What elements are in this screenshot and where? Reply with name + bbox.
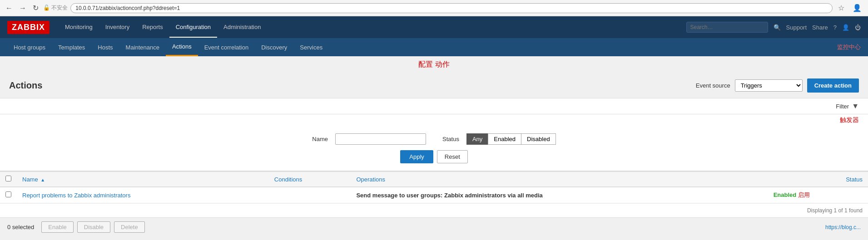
- col-operations-label: Operations: [356, 176, 385, 183]
- name-filter-input[interactable]: [335, 133, 426, 145]
- row-checkbox[interactable]: [5, 191, 11, 197]
- status-any-button[interactable]: Any: [466, 133, 488, 145]
- search-icon: 🔍: [774, 24, 781, 31]
- sub-nav-right-text: 监控中心: [837, 38, 861, 56]
- sub-nav-discovery[interactable]: Discovery: [255, 38, 293, 56]
- filter-label: Filter: [836, 103, 849, 110]
- row-status-cell: Enabled 启用: [768, 187, 868, 203]
- browser-bar: ← → ↻ 🔓 不安全 ☆ 👤: [0, 0, 868, 16]
- select-all-header: [0, 172, 17, 187]
- table-row: Report problems to Zabbix administrators…: [0, 187, 868, 203]
- sort-arrow-name: ▲: [40, 177, 45, 182]
- account-icon[interactable]: 👤: [850, 3, 864, 13]
- nav-monitoring[interactable]: Monitoring: [59, 17, 99, 38]
- app-header-right: 🔍 Support Share ? 👤 ⏻: [686, 22, 861, 33]
- status-enabled-label: Enabled: [774, 191, 797, 198]
- account-button[interactable]: 👤: [842, 24, 849, 31]
- page-header: Actions Event source Triggers Discovery …: [0, 73, 868, 98]
- page-title: Actions: [9, 80, 42, 91]
- nav-configuration[interactable]: Configuration: [169, 17, 217, 38]
- chinese-breadcrumb: 配置 动作: [0, 56, 868, 73]
- status-chinese-label: 启用: [798, 191, 810, 198]
- refresh-button[interactable]: ↻: [31, 3, 40, 13]
- back-button[interactable]: ←: [4, 3, 15, 13]
- security-icon: 🔓 不安全: [43, 4, 68, 12]
- power-button[interactable]: ⏻: [855, 24, 861, 31]
- col-conditions-label: Conditions: [274, 176, 302, 183]
- col-header-conditions[interactable]: Conditions: [269, 172, 351, 187]
- app-logo: ZABBIX: [7, 21, 50, 34]
- event-source-label: Event source: [696, 82, 730, 89]
- enable-button[interactable]: Enable: [41, 221, 73, 233]
- sub-nav-host-groups[interactable]: Host groups: [7, 38, 52, 56]
- page-header-right: Event source Triggers Discovery Auto reg…: [696, 78, 859, 93]
- nav-reports[interactable]: Reports: [136, 17, 169, 38]
- sub-nav-hosts[interactable]: Hosts: [91, 38, 119, 56]
- status-btn-group: Any Enabled Disabled: [466, 133, 556, 145]
- chinese-trigger-label: 触发器: [0, 114, 868, 126]
- filter-form: Name Status Any Enabled Disabled Apply R…: [0, 126, 868, 171]
- name-filter-label: Name: [312, 136, 328, 142]
- sub-nav-maintenance[interactable]: Maintenance: [119, 38, 166, 56]
- apply-button[interactable]: Apply: [400, 150, 433, 163]
- table-footer: Displaying 1 of 1 found: [0, 203, 868, 217]
- bottom-bar-url: https://blog.c...: [825, 224, 861, 230]
- status-filter-label: Status: [442, 136, 459, 142]
- col-header-status[interactable]: Status: [768, 172, 868, 187]
- support-button[interactable]: Support: [786, 24, 807, 31]
- share-button[interactable]: Share: [812, 24, 828, 31]
- status-enabled-button[interactable]: Enabled: [488, 133, 521, 145]
- select-all-checkbox[interactable]: [5, 176, 11, 181]
- sub-nav: Host groups Templates Hosts Maintenance …: [0, 38, 868, 56]
- col-status-label: Status: [846, 176, 863, 183]
- displaying-text: Displaying 1 of 1 found: [807, 207, 863, 214]
- filter-bar: Filter ▼: [0, 98, 868, 114]
- address-bar[interactable]: [70, 3, 833, 13]
- sub-nav-actions[interactable]: Actions: [166, 38, 198, 56]
- table-header-row: Name ▲ Conditions Operations Status: [0, 172, 868, 187]
- filter-actions: Apply Reset: [400, 150, 468, 163]
- help-button[interactable]: ?: [833, 24, 837, 31]
- nav-administration[interactable]: Administration: [217, 17, 267, 38]
- nav-inventory[interactable]: Inventory: [99, 17, 136, 38]
- page-content: 配置 动作 Actions Event source Triggers Disc…: [0, 56, 868, 236]
- row-checkbox-cell: [0, 187, 17, 203]
- filter-icon[interactable]: ▼: [852, 102, 859, 110]
- bottom-bar: 0 selected Enable Disable Delete https:/…: [0, 217, 868, 236]
- event-source-select[interactable]: Triggers Discovery Auto registration Int…: [735, 79, 803, 92]
- sub-nav-templates[interactable]: Templates: [52, 38, 91, 56]
- col-name-label: Name: [22, 176, 38, 183]
- actions-table: Name ▲ Conditions Operations Status: [0, 171, 868, 203]
- action-name-link[interactable]: Report problems to Zabbix administrators: [22, 192, 130, 199]
- disable-button[interactable]: Disable: [77, 221, 110, 233]
- row-name-cell: Report problems to Zabbix administrators: [17, 187, 269, 203]
- create-action-button[interactable]: Create action: [807, 78, 859, 93]
- sub-nav-services[interactable]: Services: [293, 38, 329, 56]
- selected-count: 0 selected: [7, 224, 34, 230]
- sub-nav-event-correlation[interactable]: Event correlation: [198, 38, 255, 56]
- bookmark-icon[interactable]: ☆: [835, 3, 847, 13]
- delete-button[interactable]: Delete: [114, 221, 145, 233]
- row-operations-text: Send message to user groups: Zabbix admi…: [356, 192, 542, 199]
- app-nav: Monitoring Inventory Reports Configurati…: [59, 17, 267, 38]
- row-operations-cell: Send message to user groups: Zabbix admi…: [351, 187, 768, 203]
- col-header-operations[interactable]: Operations: [351, 172, 768, 187]
- status-disabled-button[interactable]: Disabled: [521, 133, 556, 145]
- filter-row-name: Name Status Any Enabled Disabled: [312, 133, 556, 145]
- row-conditions-cell: [269, 187, 351, 203]
- forward-button[interactable]: →: [17, 3, 28, 13]
- app-header: ZABBIX Monitoring Inventory Reports Conf…: [0, 16, 868, 38]
- global-search[interactable]: [686, 22, 768, 33]
- col-header-name[interactable]: Name ▲: [17, 172, 269, 187]
- reset-button[interactable]: Reset: [437, 150, 468, 163]
